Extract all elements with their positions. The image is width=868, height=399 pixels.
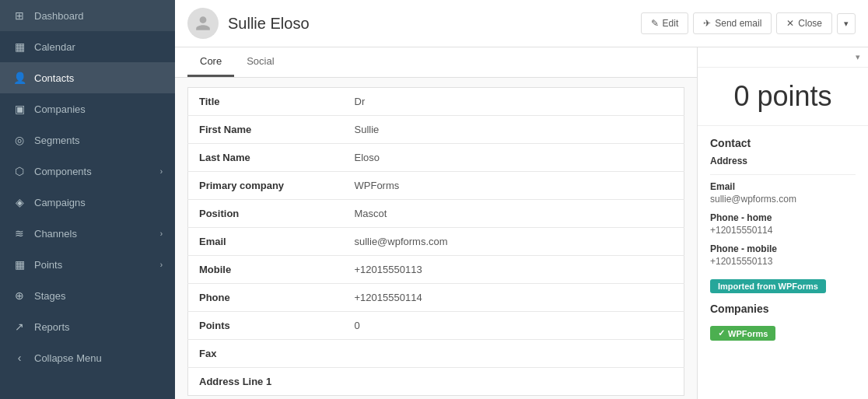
main-content: Sullie Eloso ✎ Edit ✈ Send email ✕ Close…: [175, 0, 868, 399]
address-label: Address: [710, 156, 856, 166]
arrow-icon: ›: [160, 261, 163, 269]
points-section: 0 points: [698, 68, 868, 126]
table-row: Phone +12015550114: [188, 284, 684, 312]
channels-icon: ≋: [12, 226, 26, 240]
contacts-icon: 👤: [12, 71, 26, 85]
close-icon: ✕: [786, 18, 794, 29]
imported-tag: Imported from WPForms: [710, 279, 826, 293]
page-header: Sullie Eloso ✎ Edit ✈ Send email ✕ Close…: [175, 0, 868, 47]
field-key: First Name: [188, 116, 344, 144]
tab-social[interactable]: Social: [234, 47, 286, 77]
sidebar-item-segments[interactable]: ◎ Segments: [0, 124, 175, 156]
sidebar-label: Calendar: [34, 41, 163, 53]
right-panel: ▾ 0 points Contact Address Email sullie@…: [697, 47, 868, 399]
email-field: Email sullie@wpforms.com: [710, 181, 856, 205]
sidebar-item-collapse[interactable]: ‹ Collapse Menu: [0, 342, 175, 373]
field-value: WPForms: [344, 172, 684, 200]
table-row: Primary company WPForms: [188, 172, 684, 200]
sidebar-item-companies[interactable]: ▣ Companies: [0, 93, 175, 124]
chevron-down-icon: ▾: [844, 19, 849, 28]
field-key: Address Line 1: [188, 368, 344, 396]
sidebar-item-campaigns[interactable]: ◈ Campaigns: [0, 187, 175, 218]
dropdown-button[interactable]: ▾: [837, 13, 856, 34]
phone-mobile-field: Phone - mobile +12015550113: [710, 243, 856, 267]
header-left: Sullie Eloso: [187, 8, 310, 39]
field-value: +12015550114: [344, 284, 684, 312]
dashboard-icon: ⊞: [12, 9, 26, 23]
sidebar-label: Reports: [34, 321, 163, 333]
close-button[interactable]: ✕ Close: [776, 12, 832, 34]
table-row: Title Dr: [188, 88, 684, 116]
sidebar-label: Segments: [34, 135, 163, 146]
field-value: 0: [344, 312, 684, 340]
field-key: Points: [188, 312, 344, 340]
right-panel-header: ▾: [698, 47, 868, 68]
collapse-icon: ‹: [12, 351, 26, 365]
table-row: Last Name Eloso: [188, 144, 684, 172]
sidebar-label: Components: [34, 166, 152, 177]
field-value: Sullie: [344, 116, 684, 144]
phone-mobile-value: +12015550113: [710, 256, 856, 267]
tab-core[interactable]: Core: [187, 47, 234, 77]
edit-button[interactable]: ✎ Edit: [641, 12, 689, 34]
calendar-icon: ▦: [12, 40, 26, 54]
phone-home-label: Phone - home: [710, 212, 856, 223]
field-value: Mascot: [344, 200, 684, 228]
sidebar-item-points[interactable]: ▦ Points ›: [0, 249, 175, 280]
divider: [710, 174, 856, 175]
company-tag[interactable]: ✓ WPForms: [710, 326, 775, 341]
page-title: Sullie Eloso: [228, 15, 310, 33]
table-row: First Name Sullie: [188, 116, 684, 144]
segments-icon: ◎: [12, 133, 26, 147]
sidebar-item-channels[interactable]: ≋ Channels ›: [0, 218, 175, 249]
chevron-down-icon: ▾: [856, 52, 860, 62]
send-email-button[interactable]: ✈ Send email: [693, 12, 772, 34]
field-value: [344, 340, 684, 368]
sidebar-label: Dashboard: [34, 10, 163, 22]
sidebar-item-contacts[interactable]: 👤 Contacts: [0, 62, 175, 93]
data-table-container: Title Dr First Name Sullie Last Name Elo…: [175, 78, 697, 399]
sidebar-item-dashboard[interactable]: ⊞ Dashboard: [0, 0, 175, 31]
field-key: Phone: [188, 284, 344, 312]
table-row: Fax: [188, 340, 684, 368]
sidebar-label: Points: [34, 259, 152, 271]
table-row: Position Mascot: [188, 200, 684, 228]
sidebar-label: Stages: [34, 290, 163, 302]
field-key: Primary company: [188, 172, 344, 200]
field-key: Position: [188, 200, 344, 228]
field-value: +12015550113: [344, 256, 684, 284]
email-label: Email: [710, 181, 856, 192]
phone-home-value: +12015550114: [710, 225, 856, 236]
companies-section: Companies ✓ WPForms: [710, 303, 856, 342]
components-icon: ⬡: [12, 164, 26, 178]
email-value: sullie@wpforms.com: [710, 194, 856, 205]
sidebar-item-reports[interactable]: ↗ Reports: [0, 311, 175, 342]
edit-icon: ✎: [651, 18, 659, 29]
sidebar-label: Channels: [34, 228, 152, 240]
reports-icon: ↗: [12, 320, 26, 334]
sidebar-item-components[interactable]: ⬡ Components ›: [0, 156, 175, 187]
sidebar: ⊞ Dashboard ▦ Calendar 👤 Contacts ▣ Comp…: [0, 0, 175, 399]
contact-section-title: Contact: [710, 137, 856, 149]
send-icon: ✈: [703, 18, 711, 29]
campaigns-icon: ◈: [12, 195, 26, 209]
field-value: sullie@wpforms.com: [344, 228, 684, 256]
content-area: Core Social Title Dr First Name Sullie L…: [175, 47, 868, 399]
sidebar-item-calendar[interactable]: ▦ Calendar: [0, 31, 175, 62]
tabs-bar: Core Social: [175, 47, 697, 78]
table-row: Points 0: [188, 312, 684, 340]
table-row: Mobile +12015550113: [188, 256, 684, 284]
sidebar-label: Collapse Menu: [34, 352, 163, 364]
contact-details-section: Contact Address Email sullie@wpforms.com…: [698, 126, 868, 361]
main-panel: Core Social Title Dr First Name Sullie L…: [175, 47, 697, 399]
points-icon: ▦: [12, 257, 26, 271]
sidebar-label: Companies: [34, 103, 163, 115]
sidebar-item-stages[interactable]: ⊕ Stages: [0, 280, 175, 311]
field-value: [344, 368, 684, 396]
companies-icon: ▣: [12, 102, 26, 116]
header-actions: ✎ Edit ✈ Send email ✕ Close ▾: [641, 12, 856, 34]
arrow-icon: ›: [160, 229, 163, 238]
field-value: Eloso: [344, 144, 684, 172]
contact-data-table: Title Dr First Name Sullie Last Name Elo…: [187, 87, 684, 396]
table-row: Email sullie@wpforms.com: [188, 228, 684, 256]
